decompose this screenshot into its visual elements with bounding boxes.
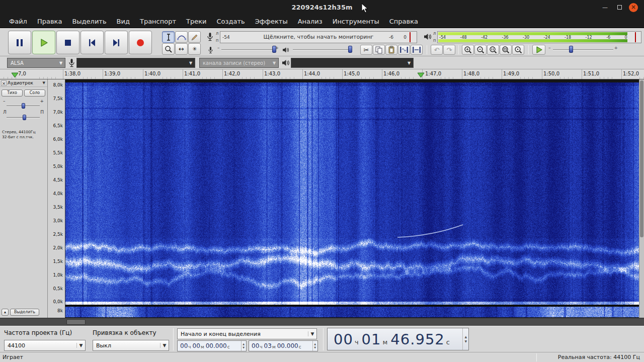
menu-generate[interactable]: Создать (212, 16, 250, 27)
solo-button[interactable]: Соло (24, 89, 45, 97)
playhead-marker[interactable] (11, 70, 19, 80)
menu-help[interactable]: Справка (384, 16, 423, 27)
audio-host-combo[interactable]: ALSA ▼ (7, 58, 65, 68)
menu-view[interactable]: Вид (112, 16, 135, 27)
zoom-fit-button[interactable] (500, 45, 512, 55)
track-collapse-button[interactable]: ▴ (2, 309, 9, 316)
spinner-icon[interactable]: ▲▼ (241, 341, 246, 351)
track-close-button[interactable]: × (1, 80, 7, 86)
envelope-tool-button[interactable] (175, 31, 188, 43)
track-menu-chevron-icon[interactable]: ▼ (43, 81, 45, 85)
selection-end-field[interactable]: 00ч 03м 00.000с ▲▼ (249, 340, 318, 351)
track-control-panel[interactable]: × Аудиотрек ▼ Тихо Соло – + Л П Стерео, … (0, 79, 48, 318)
menu-tracks[interactable]: Треки (181, 16, 212, 27)
playback-volume-slider[interactable] (291, 44, 353, 54)
skip-end-button[interactable] (105, 31, 128, 54)
zoom-out-button[interactable] (474, 45, 487, 55)
vertical-scrollbar-thumb[interactable] (640, 80, 643, 237)
timeline-label: 1:46,0 (383, 71, 399, 76)
redo-button[interactable]: ↷ (443, 45, 455, 55)
menu-effects[interactable]: Эффекты (250, 16, 293, 27)
audacity-window: 220924s12h35m — × Файл Правка Выделить В… (0, 0, 644, 362)
freq-label-channel2: 8k (57, 308, 63, 313)
selection-range-mode-combo[interactable]: Начало и конец выделения ▼ (177, 328, 317, 339)
playhead-marker[interactable] (417, 70, 425, 80)
zoom-selection-button[interactable] (487, 45, 499, 55)
recording-volume-slider[interactable]: – + (216, 44, 280, 54)
zoom-fit-icon (502, 46, 510, 54)
timeline-label: 1:51,0 (583, 71, 599, 76)
record-button[interactable] (129, 31, 152, 54)
title-bar[interactable]: 220924s12h35m — × (0, 0, 644, 15)
menu-tools[interactable]: Инструменты (328, 16, 384, 27)
menu-analyze[interactable]: Анализ (293, 16, 328, 27)
cut-button[interactable]: ✂ (360, 45, 372, 55)
snap-to-combo[interactable]: Выкл ▼ (93, 340, 169, 351)
selection-tool-button[interactable] (162, 31, 175, 43)
chevron-down-icon: ▼ (405, 61, 413, 65)
undo-button[interactable]: ↶ (431, 45, 443, 55)
horizontal-scrollbar-thumb[interactable] (66, 319, 86, 325)
zoom-tool-button[interactable] (162, 43, 175, 55)
horizontal-scrollbar[interactable] (0, 318, 644, 326)
timeline-ruler[interactable]: 7,0 1:38,0 1:39,0 1:40,0 1:41,0 1:42,0 1… (0, 69, 644, 79)
close-button[interactable]: × (629, 3, 638, 12)
copy-button[interactable] (373, 45, 385, 55)
menu-file[interactable]: Файл (4, 16, 32, 27)
pan-slider[interactable] (7, 115, 40, 121)
mute-button[interactable]: Тихо (2, 89, 23, 97)
gain-minus-label: – (3, 99, 6, 104)
playback-level-bar-right (438, 39, 627, 42)
playback-status: Играет (3, 354, 23, 360)
zoom-toggle-button[interactable] (512, 45, 524, 55)
zoom-out-icon (476, 46, 485, 54)
multi-tool-button[interactable]: ✳ (188, 43, 201, 55)
menu-select[interactable]: Выделить (67, 16, 111, 27)
playback-meter[interactable]: ЛП -54-48 -42-36 -30-24 -18-12 -60 (433, 31, 641, 43)
play-button[interactable] (32, 31, 55, 54)
timeline-label: 1:39,0 (104, 71, 120, 76)
speaker-icon (424, 33, 432, 43)
vertical-scrollbar[interactable] (639, 79, 644, 318)
frequency-ruler[interactable]: 8,0k 7,5k 7,0k 6,5k 6,0k 5,5k 5,0k 4,5k … (48, 79, 65, 318)
record-channels-combo[interactable]: канала записи (стерео) ▼ (199, 58, 279, 68)
draw-tool-button[interactable] (188, 31, 201, 43)
playback-speed-slider[interactable]: – + (548, 44, 618, 54)
silence-button[interactable] (411, 45, 423, 55)
gain-thumb[interactable] (22, 103, 25, 109)
spinner-icon[interactable]: ▲▼ (462, 328, 468, 350)
input-device-combo[interactable]: ▼ (76, 58, 195, 68)
audio-position-display[interactable]: 00ч 01м 46.952с ▲▼ (327, 328, 469, 350)
playback-speed-thumb[interactable] (569, 46, 573, 53)
menu-transport[interactable]: Транспорт (135, 16, 181, 27)
rec-meter-zero: 0 (404, 35, 407, 40)
pause-button[interactable] (8, 31, 31, 54)
output-device-combo[interactable]: ▼ (291, 58, 414, 68)
recording-meter[interactable]: ЛП -54 Щёлкните, чтобы начать мониторинг… (215, 31, 417, 43)
track-header[interactable]: × Аудиотрек ▼ (0, 79, 47, 87)
paste-button[interactable] (385, 45, 397, 55)
timeline-label: 1:44,0 (304, 71, 320, 76)
selection-start-field[interactable]: 00ч 00м 00.000с ▲▼ (177, 340, 247, 351)
stop-button[interactable] (56, 31, 79, 54)
track-select-button[interactable]: Выделить (10, 309, 39, 316)
mouse-cursor (361, 3, 369, 16)
timeshift-tool-button[interactable]: ↔ (175, 43, 188, 55)
play-at-speed-button[interactable] (532, 45, 545, 55)
minimize-button[interactable]: — (602, 5, 608, 10)
zoom-in-button[interactable] (462, 45, 474, 55)
project-rate-combo[interactable]: 44100 ▼ (4, 340, 86, 351)
zoom-in-icon (464, 46, 472, 54)
recording-volume-thumb[interactable] (272, 46, 276, 53)
spectrogram-channel-1[interactable] (65, 82, 639, 305)
skip-start-button[interactable] (80, 31, 104, 54)
gain-slider[interactable] (7, 103, 40, 109)
spectrogram-channel-2[interactable] (65, 307, 639, 317)
copy-icon (375, 46, 383, 54)
spinner-icon[interactable]: ▲▼ (312, 341, 317, 351)
pan-thumb[interactable] (23, 115, 26, 120)
menu-edit[interactable]: Правка (32, 16, 67, 27)
playback-volume-thumb[interactable] (348, 46, 352, 53)
maximize-button[interactable] (617, 5, 622, 10)
trim-button[interactable] (398, 45, 410, 55)
